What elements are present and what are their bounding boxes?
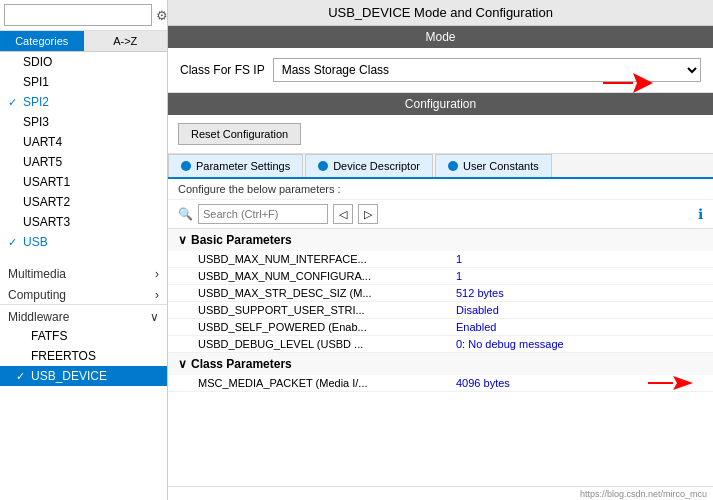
param-search-input[interactable]	[198, 204, 328, 224]
param-value: 4096 bytes	[456, 377, 510, 389]
sidebar-item-uart4[interactable]: UART4	[0, 132, 167, 152]
param-name: USBD_MAX_NUM_INTERFACE...	[198, 253, 448, 265]
table-row: USBD_MAX_STR_DESC_SIZ (M... 512 bytes	[168, 285, 713, 302]
config-toolbar: Reset Configuration	[168, 115, 713, 154]
svg-marker-2	[633, 73, 653, 93]
sidebar-item-usart2[interactable]: USART2	[0, 192, 167, 212]
tab-label: Device Descriptor	[333, 160, 420, 172]
note-text: Configure the below parameters :	[178, 183, 341, 195]
sidebar-search-bar: ⚙	[0, 0, 167, 31]
sidebar-item-label: SPI1	[23, 75, 49, 89]
sidebar-search-input[interactable]	[4, 4, 152, 26]
config-note: Configure the below parameters :	[168, 179, 713, 200]
sidebar-item-label: USB	[23, 235, 48, 249]
sidebar-item-label: UART4	[23, 135, 62, 149]
main-title-bar: USB_DEVICE Mode and Configuration	[168, 0, 713, 26]
watermark-text: https://blog.csdn.net/mirco_mcu	[580, 489, 707, 499]
sidebar: ⚙ Categories A->Z SDIO SPI1 ✓ SPI2 SPI3 …	[0, 0, 168, 500]
red-arrow-class-icon	[648, 373, 693, 393]
sidebar-item-label: USB_DEVICE	[31, 369, 107, 383]
section-label: Multimedia	[8, 267, 66, 281]
sidebar-item-label: FATFS	[31, 329, 67, 343]
prev-button[interactable]: ◁	[333, 204, 353, 224]
tab-dot-icon	[181, 161, 191, 171]
sidebar-item-usart3[interactable]: USART3	[0, 212, 167, 232]
next-button[interactable]: ▷	[358, 204, 378, 224]
sidebar-item-label: USART1	[23, 175, 70, 189]
config-section: Reset Configuration Parameter Settings D…	[168, 115, 713, 486]
info-icon: ℹ	[698, 206, 703, 222]
class-for-fs-label: Class For FS IP	[180, 63, 265, 77]
sidebar-section-computing[interactable]: Computing ›	[0, 283, 167, 304]
sidebar-tabs: Categories A->Z	[0, 31, 167, 52]
tab-label: User Constants	[463, 160, 539, 172]
tab-parameter-settings[interactable]: Parameter Settings	[168, 154, 303, 177]
sidebar-item-label: SPI3	[23, 115, 49, 129]
sidebar-item-label: SPI2	[23, 95, 49, 109]
section-label: Middleware	[8, 310, 69, 324]
param-value: 1	[456, 253, 462, 265]
sidebar-item-usart1[interactable]: USART1	[0, 172, 167, 192]
sidebar-item-label: UART5	[23, 155, 62, 169]
tab-dot-icon	[318, 161, 328, 171]
param-group-basic[interactable]: ∨ Basic Parameters	[168, 229, 713, 251]
tab-atoz[interactable]: A->Z	[84, 31, 168, 51]
param-value: 512 bytes	[456, 287, 504, 299]
sidebar-item-uart5[interactable]: UART5	[0, 152, 167, 172]
mode-label: Mode	[425, 30, 455, 44]
chevron-down-icon: ∨	[150, 310, 159, 324]
main-content: USB_DEVICE Mode and Configuration Mode C…	[168, 0, 713, 500]
sidebar-item-freertos[interactable]: FREERTOS	[0, 346, 167, 366]
param-name: USBD_MAX_STR_DESC_SIZ (M...	[198, 287, 448, 299]
check-icon: ✓	[8, 96, 20, 109]
sidebar-item-spi2[interactable]: ✓ SPI2	[0, 92, 167, 112]
sidebar-item-usb[interactable]: ✓ USB	[0, 232, 167, 252]
table-row: USBD_MAX_NUM_INTERFACE... 1	[168, 251, 713, 268]
param-list: ∨ Basic Parameters USBD_MAX_NUM_INTERFAC…	[168, 229, 713, 486]
collapse-icon: ∨	[178, 357, 187, 371]
sidebar-section-multimedia[interactable]: Multimedia ›	[0, 262, 167, 283]
sidebar-items: SDIO SPI1 ✓ SPI2 SPI3 UART4 UART5 USART1	[0, 52, 167, 500]
param-name: MSC_MEDIA_PACKET (Media I/...	[198, 377, 448, 389]
sidebar-item-spi3[interactable]: SPI3	[0, 112, 167, 132]
sidebar-item-spi1[interactable]: SPI1	[0, 72, 167, 92]
tab-categories[interactable]: Categories	[0, 31, 84, 51]
param-group-class[interactable]: ∨ Class Parameters	[168, 353, 713, 375]
table-row: USBD_MAX_NUM_CONFIGURA... 1	[168, 268, 713, 285]
svg-marker-4	[673, 376, 693, 390]
group-name: Class Parameters	[191, 357, 292, 371]
sidebar-section-middleware[interactable]: Middleware ∨	[0, 304, 167, 326]
sidebar-item-label: SDIO	[23, 55, 52, 69]
table-row: USBD_SUPPORT_USER_STRI... Disabled	[168, 302, 713, 319]
sidebar-item-usb-device[interactable]: ✓ USB_DEVICE	[0, 366, 167, 386]
tab-dot-icon	[448, 161, 458, 171]
param-value: 0: No debug message	[456, 338, 564, 350]
config-label: Configuration	[405, 97, 476, 111]
gear-button[interactable]: ⚙	[156, 4, 168, 26]
chevron-right-icon: ›	[155, 288, 159, 302]
param-name: USBD_SUPPORT_USER_STRI...	[198, 304, 448, 316]
table-row: USBD_SELF_POWERED (Enab... Enabled	[168, 319, 713, 336]
mode-section-header: Mode	[168, 26, 713, 48]
param-value: Enabled	[456, 321, 496, 333]
sidebar-item-fatfs[interactable]: FATFS	[0, 326, 167, 346]
tab-device-descriptor[interactable]: Device Descriptor	[305, 154, 433, 177]
group-name: Basic Parameters	[191, 233, 292, 247]
sidebar-item-label: USART2	[23, 195, 70, 209]
param-search-bar: 🔍 ◁ ▷ ℹ	[168, 200, 713, 229]
param-name: USBD_SELF_POWERED (Enab...	[198, 321, 448, 333]
param-name: USBD_MAX_NUM_CONFIGURA...	[198, 270, 448, 282]
red-arrow-dropdown-icon	[603, 68, 653, 98]
chevron-right-icon: ›	[155, 267, 159, 281]
window-title: USB_DEVICE Mode and Configuration	[328, 5, 553, 20]
sidebar-item-label: USART3	[23, 215, 70, 229]
sidebar-item-sdio[interactable]: SDIO	[0, 52, 167, 72]
gear-icon: ⚙	[156, 8, 168, 23]
config-tabs: Parameter Settings Device Descriptor Use…	[168, 154, 713, 179]
search-icon: 🔍	[178, 207, 193, 221]
param-value: Disabled	[456, 304, 499, 316]
tab-user-constants[interactable]: User Constants	[435, 154, 552, 177]
collapse-icon: ∨	[178, 233, 187, 247]
param-value: 1	[456, 270, 462, 282]
reset-config-button[interactable]: Reset Configuration	[178, 123, 301, 145]
